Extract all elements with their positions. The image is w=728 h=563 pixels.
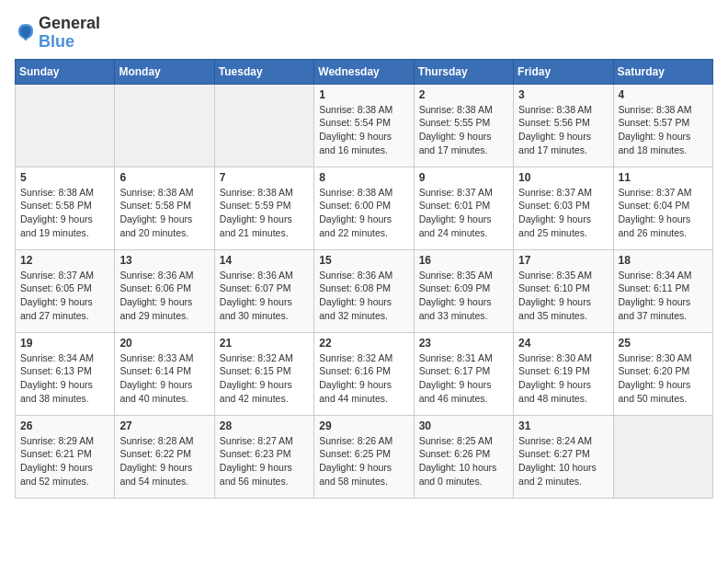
day-number: 27: [119, 419, 209, 432]
day-number: 4: [619, 88, 708, 101]
day-info: Sunrise: 8:35 AM Sunset: 6:10 PM Dayligh…: [518, 269, 608, 323]
day-number: 13: [119, 254, 209, 267]
day-info: Sunrise: 8:35 AM Sunset: 6:09 PM Dayligh…: [419, 269, 508, 323]
day-number: 14: [220, 254, 309, 267]
calendar-cell: 14Sunrise: 8:36 AM Sunset: 6:07 PM Dayli…: [214, 249, 313, 332]
day-info: Sunrise: 8:32 AM Sunset: 6:15 PM Dayligh…: [220, 351, 309, 406]
day-number: 20: [119, 337, 209, 350]
calendar-cell: 22Sunrise: 8:32 AM Sunset: 6:16 PM Dayli…: [314, 332, 414, 415]
day-number: 18: [619, 254, 708, 267]
weekday-header: Saturday: [613, 59, 712, 84]
calendar-cell: 19Sunrise: 8:34 AM Sunset: 6:13 PM Dayli…: [16, 332, 115, 415]
calendar-cell: 29Sunrise: 8:26 AM Sunset: 6:25 PM Dayli…: [314, 415, 414, 498]
calendar-cell: 9Sunrise: 8:37 AM Sunset: 6:01 PM Daylig…: [414, 167, 513, 249]
calendar-cell: 17Sunrise: 8:35 AM Sunset: 6:10 PM Dayli…: [514, 249, 613, 332]
day-number: 6: [119, 171, 209, 184]
calendar-cell: 13Sunrise: 8:36 AM Sunset: 6:06 PM Dayli…: [115, 249, 214, 332]
calendar-cell: [214, 84, 313, 167]
day-number: 17: [518, 254, 608, 267]
day-info: Sunrise: 8:25 AM Sunset: 6:26 PM Dayligh…: [419, 434, 508, 488]
day-info: Sunrise: 8:38 AM Sunset: 5:57 PM Dayligh…: [619, 103, 708, 157]
calendar-cell: 21Sunrise: 8:32 AM Sunset: 6:15 PM Dayli…: [214, 332, 313, 415]
weekday-header: Sunday: [16, 59, 115, 84]
day-info: Sunrise: 8:38 AM Sunset: 5:59 PM Dayligh…: [220, 186, 309, 240]
calendar-cell: 28Sunrise: 8:27 AM Sunset: 6:23 PM Dayli…: [214, 415, 313, 498]
calendar-week-row: 5Sunrise: 8:38 AM Sunset: 5:58 PM Daylig…: [16, 167, 713, 249]
logo-text: General Blue: [39, 15, 100, 52]
logo-icon: [15, 20, 37, 42]
day-info: Sunrise: 8:29 AM Sunset: 6:21 PM Dayligh…: [20, 434, 109, 488]
calendar-cell: 18Sunrise: 8:34 AM Sunset: 6:11 PM Dayli…: [613, 249, 712, 332]
day-info: Sunrise: 8:37 AM Sunset: 6:04 PM Dayligh…: [619, 186, 708, 240]
day-number: 19: [20, 337, 109, 350]
day-info: Sunrise: 8:34 AM Sunset: 6:13 PM Dayligh…: [20, 351, 109, 406]
day-number: 30: [419, 419, 508, 432]
weekday-header: Monday: [115, 59, 214, 84]
calendar-cell: 3Sunrise: 8:38 AM Sunset: 5:56 PM Daylig…: [514, 84, 613, 167]
day-info: Sunrise: 8:37 AM Sunset: 6:01 PM Dayligh…: [419, 186, 508, 240]
calendar-cell: 25Sunrise: 8:30 AM Sunset: 6:20 PM Dayli…: [613, 332, 712, 415]
day-info: Sunrise: 8:37 AM Sunset: 6:05 PM Dayligh…: [20, 269, 109, 323]
calendar-cell: 15Sunrise: 8:36 AM Sunset: 6:08 PM Dayli…: [314, 249, 414, 332]
day-info: Sunrise: 8:24 AM Sunset: 6:27 PM Dayligh…: [518, 434, 608, 488]
calendar-cell: 6Sunrise: 8:38 AM Sunset: 5:58 PM Daylig…: [115, 167, 214, 249]
day-info: Sunrise: 8:26 AM Sunset: 6:25 PM Dayligh…: [319, 434, 408, 488]
calendar-week-row: 19Sunrise: 8:34 AM Sunset: 6:13 PM Dayli…: [16, 332, 713, 415]
day-info: Sunrise: 8:27 AM Sunset: 6:23 PM Dayligh…: [220, 434, 309, 488]
day-info: Sunrise: 8:33 AM Sunset: 6:14 PM Dayligh…: [119, 351, 209, 406]
calendar-cell: 31Sunrise: 8:24 AM Sunset: 6:27 PM Dayli…: [514, 415, 613, 498]
day-info: Sunrise: 8:32 AM Sunset: 6:16 PM Dayligh…: [319, 351, 408, 406]
day-info: Sunrise: 8:38 AM Sunset: 5:55 PM Dayligh…: [419, 103, 508, 157]
calendar-cell: [16, 84, 115, 167]
day-number: 24: [518, 337, 608, 350]
day-number: 15: [319, 254, 408, 267]
day-number: 10: [518, 171, 608, 184]
day-number: 31: [518, 419, 608, 432]
day-info: Sunrise: 8:30 AM Sunset: 6:20 PM Dayligh…: [619, 351, 708, 406]
calendar-table: SundayMondayTuesdayWednesdayThursdayFrid…: [15, 59, 713, 499]
day-number: 25: [619, 337, 708, 350]
logo: General Blue: [15, 15, 100, 52]
calendar-cell: 7Sunrise: 8:38 AM Sunset: 5:59 PM Daylig…: [214, 167, 313, 249]
calendar-week-row: 12Sunrise: 8:37 AM Sunset: 6:05 PM Dayli…: [16, 249, 713, 332]
day-number: 12: [20, 254, 109, 267]
calendar-cell: 11Sunrise: 8:37 AM Sunset: 6:04 PM Dayli…: [613, 167, 712, 249]
day-number: 11: [619, 171, 708, 184]
day-info: Sunrise: 8:36 AM Sunset: 6:06 PM Dayligh…: [119, 269, 209, 323]
day-number: 2: [419, 88, 508, 101]
day-info: Sunrise: 8:38 AM Sunset: 5:56 PM Dayligh…: [518, 103, 608, 157]
calendar-cell: 24Sunrise: 8:30 AM Sunset: 6:19 PM Dayli…: [514, 332, 613, 415]
calendar-cell: [613, 415, 712, 498]
day-number: 22: [319, 337, 408, 350]
day-info: Sunrise: 8:38 AM Sunset: 6:00 PM Dayligh…: [319, 186, 408, 240]
calendar-cell: 23Sunrise: 8:31 AM Sunset: 6:17 PM Dayli…: [414, 332, 513, 415]
day-number: 8: [319, 171, 408, 184]
calendar-cell: [115, 84, 214, 167]
day-info: Sunrise: 8:38 AM Sunset: 5:58 PM Dayligh…: [20, 186, 109, 240]
weekday-header: Thursday: [414, 59, 513, 84]
calendar-cell: 26Sunrise: 8:29 AM Sunset: 6:21 PM Dayli…: [16, 415, 115, 498]
day-number: 5: [20, 171, 109, 184]
day-number: 16: [419, 254, 508, 267]
day-number: 26: [20, 419, 109, 432]
calendar-cell: 10Sunrise: 8:37 AM Sunset: 6:03 PM Dayli…: [514, 167, 613, 249]
calendar-cell: 27Sunrise: 8:28 AM Sunset: 6:22 PM Dayli…: [115, 415, 214, 498]
day-number: 29: [319, 419, 408, 432]
calendar-cell: 30Sunrise: 8:25 AM Sunset: 6:26 PM Dayli…: [414, 415, 513, 498]
day-info: Sunrise: 8:31 AM Sunset: 6:17 PM Dayligh…: [419, 351, 508, 406]
day-number: 3: [518, 88, 608, 101]
day-info: Sunrise: 8:38 AM Sunset: 5:54 PM Dayligh…: [319, 103, 408, 157]
calendar-cell: 16Sunrise: 8:35 AM Sunset: 6:09 PM Dayli…: [414, 249, 513, 332]
day-info: Sunrise: 8:34 AM Sunset: 6:11 PM Dayligh…: [619, 269, 708, 323]
calendar-cell: 5Sunrise: 8:38 AM Sunset: 5:58 PM Daylig…: [16, 167, 115, 249]
calendar-cell: 8Sunrise: 8:38 AM Sunset: 6:00 PM Daylig…: [314, 167, 414, 249]
day-info: Sunrise: 8:38 AM Sunset: 5:58 PM Dayligh…: [119, 186, 209, 240]
calendar-week-row: 1Sunrise: 8:38 AM Sunset: 5:54 PM Daylig…: [16, 84, 713, 167]
weekday-header: Tuesday: [214, 59, 313, 84]
day-info: Sunrise: 8:37 AM Sunset: 6:03 PM Dayligh…: [518, 186, 608, 240]
weekday-header-row: SundayMondayTuesdayWednesdayThursdayFrid…: [16, 59, 713, 84]
calendar-cell: 1Sunrise: 8:38 AM Sunset: 5:54 PM Daylig…: [314, 84, 414, 167]
day-info: Sunrise: 8:30 AM Sunset: 6:19 PM Dayligh…: [518, 351, 608, 406]
weekday-header: Wednesday: [314, 59, 414, 84]
day-info: Sunrise: 8:36 AM Sunset: 6:07 PM Dayligh…: [220, 269, 309, 323]
